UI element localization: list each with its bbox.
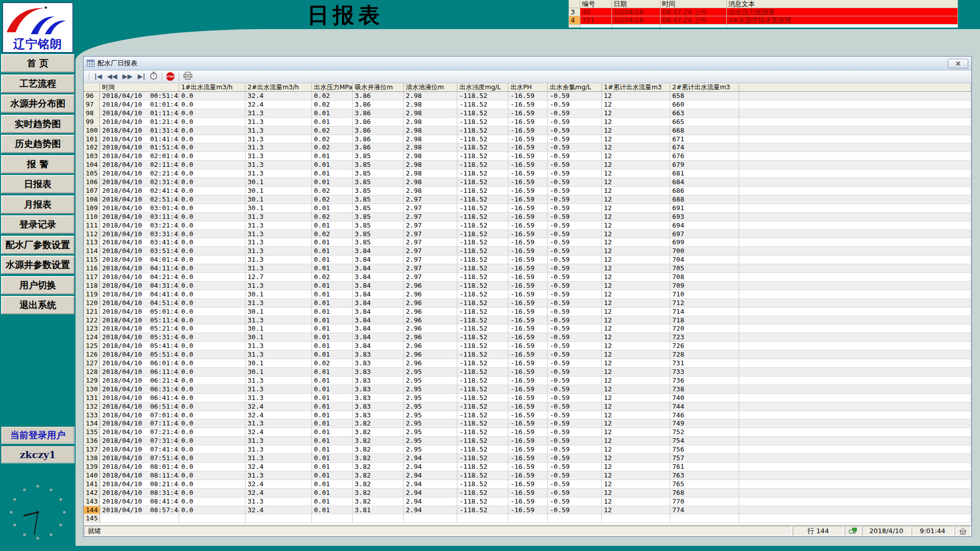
table-row[interactable]: 1252018/04/10 05:41:430.031.30.013.842.9… — [84, 342, 971, 350]
table-row[interactable]: 1092018/04/10 03:01:430.030.10.013.852.9… — [84, 204, 971, 213]
table-row[interactable]: 1162018/04/10 04:11:430.031.30.013.842.9… — [84, 264, 971, 273]
print-button[interactable] — [183, 72, 192, 82]
table-row[interactable]: 1102018/04/10 03:11:430.031.30.023.852.9… — [84, 213, 971, 221]
cell: 2018/04/10 03:41:43 — [100, 238, 179, 247]
cell: 0.01 — [312, 342, 353, 350]
alarm-column-header — [569, 0, 580, 8]
row-number: 124 — [84, 333, 100, 342]
close-button[interactable]: × — [948, 59, 968, 68]
table-row[interactable]: 1302018/04/10 06:31:430.031.30.013.832.9… — [84, 385, 971, 394]
table-row[interactable]: 1332018/04/10 07:01:430.032.40.013.832.9… — [84, 411, 971, 420]
table-row[interactable]: 962018/04/10 00:51:430.032.40.023.862.98… — [84, 92, 971, 101]
table-row[interactable]: 1122018/04/10 03:31:430.031.30.023.852.9… — [84, 230, 971, 239]
cell: 12 — [602, 308, 670, 316]
table-row[interactable]: 1042018/04/10 02:11:430.031.30.013.852.9… — [84, 161, 971, 169]
table-row[interactable]: 1012018/04/10 01:41:430.031.30.023.862.9… — [84, 135, 971, 144]
cell: 744 — [670, 403, 739, 411]
table-row[interactable]: 1432018/04/10 08:41:430.031.30.013.822.9… — [84, 497, 971, 506]
sidebar-item-well-map[interactable]: 水源井分布图 — [1, 94, 75, 113]
table-row[interactable]: 1022018/04/10 01:51:430.031.30.023.862.9… — [84, 143, 971, 152]
table-row[interactable]: 1392018/04/10 08:01:430.032.40.013.822.9… — [84, 463, 971, 471]
table-row[interactable]: 1372018/04/10 07:41:430.031.30.013.822.9… — [84, 445, 971, 454]
alarm-row[interactable]: 34010/04/1808:47:24 上午出水压力低报警 — [569, 8, 958, 16]
cell: 3.83 — [353, 394, 404, 403]
sidebar-item-login-records[interactable]: 登录记录 — [1, 215, 75, 234]
sidebar-item-plant-params[interactable]: 配水厂参数设置 — [1, 236, 75, 254]
table-row[interactable]: 1082018/04/10 02:51:430.030.10.023.852.9… — [84, 195, 971, 204]
first-record-button[interactable]: |◀ — [93, 72, 103, 81]
cell: 2.97 — [404, 273, 457, 282]
table-row[interactable]: 1032018/04/10 02:01:430.031.30.013.852.9… — [84, 152, 971, 161]
table-row[interactable]: 1402018/04/10 08:11:430.031.30.013.822.9… — [84, 471, 971, 480]
table-row[interactable]: 1352018/04/10 07:21:430.032.40.013.822.9… — [84, 428, 971, 437]
table-row[interactable]: 1002018/04/10 01:31:430.031.30.023.862.9… — [84, 127, 971, 135]
cell: -118.52 — [457, 264, 508, 273]
sidebar-item-well-params[interactable]: 水源井参数设置 — [1, 256, 75, 274]
alarm-row[interactable]: 472110/04/1808:47:24 上午4#水源井排水泵故障 — [569, 16, 958, 24]
clock-face-icon — [6, 482, 69, 542]
sidebar-item-exit-system[interactable]: 退出系统 — [1, 296, 75, 314]
prev-record-button[interactable]: ◀◀ — [106, 72, 118, 81]
table-row[interactable]: 1272018/04/10 06:01:430.030.10.023.832.9… — [84, 359, 971, 368]
table-row[interactable]: 1342018/04/10 07:11:430.031.30.013.822.9… — [84, 419, 971, 428]
cell: 2018/04/10 05:11:43 — [100, 316, 179, 325]
cell: 32.4 — [246, 92, 312, 101]
cell: 31.3 — [246, 230, 312, 239]
last-record-button[interactable]: ▶| — [137, 72, 146, 81]
table-row[interactable]: 982018/04/10 01:11:430.031.30.013.862.98… — [84, 109, 971, 118]
table-row[interactable]: 1322018/04/10 06:51:430.032.40.013.832.9… — [84, 403, 971, 411]
table-row[interactable]: 1192018/04/10 04:41:430.030.10.013.842.9… — [84, 290, 971, 299]
cell: 714 — [670, 308, 739, 316]
table-row[interactable]: 1202018/04/10 04:51:430.031.30.013.842.9… — [84, 299, 971, 308]
cell: 3.82 — [353, 445, 404, 454]
table-row[interactable]: 1062018/04/10 02:31:430.030.10.013.852.9… — [84, 178, 971, 187]
sidebar-item-process-flow[interactable]: 工艺流程 — [1, 74, 75, 93]
table-row[interactable]: 1412018/04/10 08:21:430.032.40.013.822.9… — [84, 480, 971, 489]
cell: 0.01 — [312, 506, 353, 515]
table-row[interactable]: 1382018/04/10 07:51:430.031.30.013.822.9… — [84, 454, 971, 463]
sidebar-item-alarm[interactable]: 报 警 — [1, 155, 75, 173]
analog-clock — [6, 482, 69, 542]
table-row[interactable]: 992018/04/10 01:21:430.031.30.013.862.98… — [84, 118, 971, 127]
table-row[interactable]: 145 — [84, 514, 971, 523]
table-row[interactable]: 1362018/04/10 07:31:430.031.30.013.822.9… — [84, 437, 971, 445]
cell-filler — [739, 428, 971, 437]
cell: 31.3 — [246, 238, 312, 247]
cell: 0.0 — [179, 489, 246, 497]
cell: -16.59 — [508, 445, 548, 454]
sidebar-item-daily-report[interactable]: 日报表 — [1, 175, 75, 193]
cell: 31.3 — [246, 135, 312, 144]
table-row[interactable]: 1292018/04/10 06:21:430.031.30.013.832.9… — [84, 377, 971, 385]
cell: 3.85 — [353, 238, 404, 247]
cell: 2018/04/10 05:01:43 — [100, 308, 179, 316]
stop-button[interactable]: STOP — [166, 72, 175, 81]
table-row[interactable]: 1182018/04/10 04:31:430.031.30.013.842.9… — [84, 282, 971, 290]
cell: 0.0 — [179, 350, 246, 359]
table-row[interactable]: 1142018/04/10 03:51:430.031.30.013.842.9… — [84, 247, 971, 256]
table-row[interactable]: 1242018/04/10 05:31:430.030.10.013.842.9… — [84, 333, 971, 342]
table-row[interactable]: 1282018/04/10 06:11:430.030.10.013.832.9… — [84, 368, 971, 377]
sidebar-item-home[interactable]: 首 页 — [1, 54, 75, 72]
table-row[interactable]: 972018/04/10 01:01:430.032.40.023.862.98… — [84, 101, 971, 109]
timer-icon[interactable] — [150, 71, 158, 82]
sidebar-item-switch-user[interactable]: 用户切换 — [1, 276, 75, 294]
table-row[interactable]: 1112018/04/10 03:21:430.031.30.013.852.9… — [84, 221, 971, 230]
table-row[interactable]: 1262018/04/10 05:51:430.031.30.013.832.9… — [84, 350, 971, 359]
table-row[interactable]: 1222018/04/10 05:11:430.031.30.013.842.9… — [84, 316, 971, 325]
next-record-button[interactable]: ▶▶ — [121, 72, 134, 81]
home-icon[interactable] — [954, 526, 971, 536]
table-row[interactable]: 1422018/04/10 08:31:430.032.40.013.822.9… — [84, 489, 971, 497]
sidebar-item-monthly-report[interactable]: 月报表 — [1, 195, 75, 214]
sidebar-item-history-trend[interactable]: 历史趋势图 — [1, 135, 75, 153]
table-row[interactable]: 1132018/04/10 03:41:430.031.30.013.852.9… — [84, 238, 971, 247]
table-row[interactable]: 1052018/04/10 02:21:430.031.30.013.852.9… — [84, 169, 971, 178]
sidebar-item-realtime-trend[interactable]: 实时趋势图 — [1, 115, 75, 133]
table-row[interactable]: 1212018/04/10 05:01:430.030.10.013.842.9… — [84, 308, 971, 316]
table-row[interactable]: 1152018/04/10 04:01:430.031.30.013.842.9… — [84, 256, 971, 264]
table-row[interactable]: 1442018/04/10 08:57:440.032.40.013.812.9… — [84, 506, 971, 515]
cell: -118.52 — [457, 428, 508, 437]
table-row[interactable]: 1232018/04/10 05:21:430.030.10.013.842.9… — [84, 324, 971, 333]
table-row[interactable]: 1072018/04/10 02:41:430.030.10.023.852.9… — [84, 187, 971, 195]
table-row[interactable]: 1312018/04/10 06:41:430.031.30.013.832.9… — [84, 394, 971, 403]
table-row[interactable]: 1172018/04/10 04:21:430.012.70.023.842.9… — [84, 273, 971, 282]
